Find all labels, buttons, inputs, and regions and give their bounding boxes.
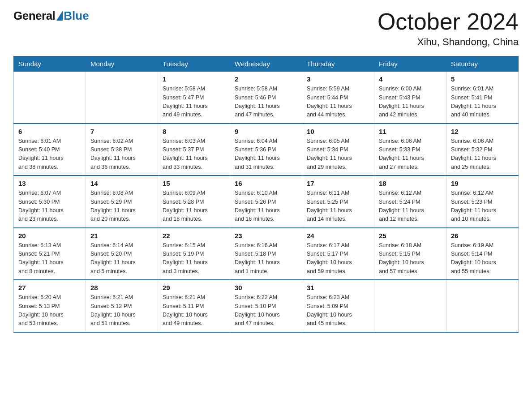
weekday-header-saturday: Saturday: [446, 56, 519, 72]
calendar-week-row: 20Sunrise: 6:13 AM Sunset: 5:21 PM Dayli…: [14, 228, 519, 280]
calendar-cell: 15Sunrise: 6:09 AM Sunset: 5:28 PM Dayli…: [158, 176, 230, 228]
calendar-cell: 11Sunrise: 6:06 AM Sunset: 5:33 PM Dayli…: [374, 124, 446, 176]
day-info: Sunrise: 6:07 AM Sunset: 5:30 PM Dayligh…: [18, 189, 81, 224]
calendar-cell: [14, 72, 86, 124]
calendar-cell: 19Sunrise: 6:12 AM Sunset: 5:23 PM Dayli…: [446, 176, 519, 228]
calendar-cell: 28Sunrise: 6:21 AM Sunset: 5:12 PM Dayli…: [86, 280, 158, 332]
title-section: October 2024 Xihu, Shandong, China: [378, 9, 519, 48]
day-number: 7: [90, 128, 153, 135]
calendar-cell: 22Sunrise: 6:15 AM Sunset: 5:19 PM Dayli…: [158, 228, 230, 280]
day-number: 18: [379, 180, 442, 187]
day-number: 16: [235, 180, 297, 187]
location-title: Xihu, Shandong, China: [378, 36, 519, 48]
calendar-week-row: 1Sunrise: 5:58 AM Sunset: 5:47 PM Daylig…: [14, 72, 519, 124]
day-number: 10: [307, 128, 369, 135]
calendar-cell: 9Sunrise: 6:04 AM Sunset: 5:36 PM Daylig…: [230, 124, 302, 176]
day-info: Sunrise: 6:06 AM Sunset: 5:32 PM Dayligh…: [451, 137, 514, 172]
weekday-header-friday: Friday: [374, 56, 446, 72]
day-info: Sunrise: 6:01 AM Sunset: 5:40 PM Dayligh…: [18, 137, 81, 172]
day-info: Sunrise: 6:12 AM Sunset: 5:24 PM Dayligh…: [379, 189, 442, 224]
day-number: 4: [379, 75, 442, 83]
day-number: 5: [451, 75, 514, 83]
day-info: Sunrise: 6:09 AM Sunset: 5:28 PM Dayligh…: [163, 189, 225, 224]
calendar-cell: 25Sunrise: 6:18 AM Sunset: 5:15 PM Dayli…: [374, 228, 446, 280]
day-number: 20: [18, 232, 81, 240]
day-number: 29: [163, 284, 225, 291]
day-number: 19: [451, 180, 514, 187]
day-number: 26: [451, 232, 514, 240]
day-info: Sunrise: 6:08 AM Sunset: 5:29 PM Dayligh…: [90, 189, 153, 224]
day-info: Sunrise: 6:03 AM Sunset: 5:37 PM Dayligh…: [163, 137, 225, 172]
day-number: 6: [18, 128, 81, 135]
calendar-cell: 4Sunrise: 6:00 AM Sunset: 5:43 PM Daylig…: [374, 72, 446, 124]
logo-blue-text: Blue: [64, 9, 89, 23]
calendar-cell: 2Sunrise: 5:58 AM Sunset: 5:46 PM Daylig…: [230, 72, 302, 124]
calendar-cell: 29Sunrise: 6:21 AM Sunset: 5:11 PM Dayli…: [158, 280, 230, 332]
weekday-header-thursday: Thursday: [302, 56, 374, 72]
day-number: 2: [235, 75, 297, 83]
day-info: Sunrise: 6:23 AM Sunset: 5:09 PM Dayligh…: [307, 293, 369, 328]
day-number: 23: [235, 232, 297, 240]
calendar-cell: 31Sunrise: 6:23 AM Sunset: 5:09 PM Dayli…: [302, 280, 374, 332]
calendar-cell: 13Sunrise: 6:07 AM Sunset: 5:30 PM Dayli…: [14, 176, 86, 228]
day-info: Sunrise: 5:59 AM Sunset: 5:44 PM Dayligh…: [307, 85, 369, 120]
day-number: 25: [379, 232, 442, 240]
page-header: General Blue October 2024 Xihu, Shandong…: [13, 9, 519, 48]
day-number: 13: [18, 180, 81, 187]
calendar-cell: 20Sunrise: 6:13 AM Sunset: 5:21 PM Dayli…: [14, 228, 86, 280]
calendar-cell: 14Sunrise: 6:08 AM Sunset: 5:29 PM Dayli…: [86, 176, 158, 228]
calendar-cell: 27Sunrise: 6:20 AM Sunset: 5:13 PM Dayli…: [14, 280, 86, 332]
day-info: Sunrise: 6:00 AM Sunset: 5:43 PM Dayligh…: [379, 85, 442, 120]
calendar-cell: 5Sunrise: 6:01 AM Sunset: 5:41 PM Daylig…: [446, 72, 519, 124]
calendar-cell: 26Sunrise: 6:19 AM Sunset: 5:14 PM Dayli…: [446, 228, 519, 280]
day-info: Sunrise: 6:10 AM Sunset: 5:26 PM Dayligh…: [235, 189, 297, 224]
day-number: 3: [307, 75, 369, 83]
weekday-header-sunday: Sunday: [14, 56, 86, 72]
day-info: Sunrise: 6:06 AM Sunset: 5:33 PM Dayligh…: [379, 137, 442, 172]
day-info: Sunrise: 6:15 AM Sunset: 5:19 PM Dayligh…: [163, 241, 225, 276]
day-number: 27: [18, 284, 81, 291]
calendar-cell: 21Sunrise: 6:14 AM Sunset: 5:20 PM Dayli…: [86, 228, 158, 280]
calendar-cell: 23Sunrise: 6:16 AM Sunset: 5:18 PM Dayli…: [230, 228, 302, 280]
calendar-cell: 12Sunrise: 6:06 AM Sunset: 5:32 PM Dayli…: [446, 124, 519, 176]
weekday-header-row: SundayMondayTuesdayWednesdayThursdayFrid…: [14, 56, 519, 72]
day-info: Sunrise: 6:20 AM Sunset: 5:13 PM Dayligh…: [18, 293, 81, 328]
day-number: 8: [163, 128, 225, 135]
logo-general-text: General: [13, 9, 55, 23]
calendar-cell: 18Sunrise: 6:12 AM Sunset: 5:24 PM Dayli…: [374, 176, 446, 228]
calendar-week-row: 6Sunrise: 6:01 AM Sunset: 5:40 PM Daylig…: [14, 124, 519, 176]
calendar-week-row: 13Sunrise: 6:07 AM Sunset: 5:30 PM Dayli…: [14, 176, 519, 228]
day-number: 28: [90, 284, 153, 291]
calendar-cell: 24Sunrise: 6:17 AM Sunset: 5:17 PM Dayli…: [302, 228, 374, 280]
calendar-cell: 17Sunrise: 6:11 AM Sunset: 5:25 PM Dayli…: [302, 176, 374, 228]
day-info: Sunrise: 6:13 AM Sunset: 5:21 PM Dayligh…: [18, 241, 81, 276]
day-info: Sunrise: 6:01 AM Sunset: 5:41 PM Dayligh…: [451, 85, 514, 120]
day-info: Sunrise: 6:22 AM Sunset: 5:10 PM Dayligh…: [235, 293, 297, 328]
day-number: 11: [379, 128, 442, 135]
calendar-week-row: 27Sunrise: 6:20 AM Sunset: 5:13 PM Dayli…: [14, 280, 519, 332]
day-number: 9: [235, 128, 297, 135]
day-number: 12: [451, 128, 514, 135]
day-number: 31: [307, 284, 369, 291]
calendar-cell: 1Sunrise: 5:58 AM Sunset: 5:47 PM Daylig…: [158, 72, 230, 124]
calendar-cell: [446, 280, 519, 332]
day-info: Sunrise: 5:58 AM Sunset: 5:46 PM Dayligh…: [235, 85, 297, 120]
calendar-cell: 16Sunrise: 6:10 AM Sunset: 5:26 PM Dayli…: [230, 176, 302, 228]
logo: General Blue: [13, 9, 89, 23]
day-info: Sunrise: 6:21 AM Sunset: 5:12 PM Dayligh…: [90, 293, 153, 328]
day-number: 15: [163, 180, 225, 187]
day-info: Sunrise: 6:19 AM Sunset: 5:14 PM Dayligh…: [451, 241, 514, 276]
day-info: Sunrise: 6:11 AM Sunset: 5:25 PM Dayligh…: [307, 189, 369, 224]
day-info: Sunrise: 6:14 AM Sunset: 5:20 PM Dayligh…: [90, 241, 153, 276]
day-info: Sunrise: 6:18 AM Sunset: 5:15 PM Dayligh…: [379, 241, 442, 276]
weekday-header-monday: Monday: [86, 56, 158, 72]
logo-triangle-icon: [56, 11, 63, 21]
day-number: 1: [163, 75, 225, 83]
day-number: 21: [90, 232, 153, 240]
day-number: 24: [307, 232, 369, 240]
day-info: Sunrise: 6:05 AM Sunset: 5:34 PM Dayligh…: [307, 137, 369, 172]
day-info: Sunrise: 5:58 AM Sunset: 5:47 PM Dayligh…: [163, 85, 225, 120]
calendar-cell: 3Sunrise: 5:59 AM Sunset: 5:44 PM Daylig…: [302, 72, 374, 124]
calendar-cell: [374, 280, 446, 332]
day-number: 14: [90, 180, 153, 187]
